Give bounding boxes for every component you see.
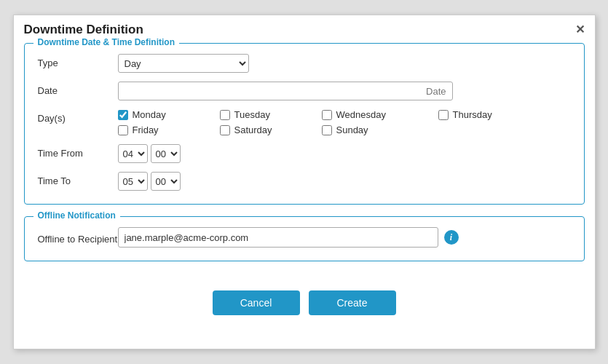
day-thursday: Thursday bbox=[438, 109, 540, 120]
checkbox-sunday[interactable] bbox=[322, 125, 332, 135]
type-row: Type Day Week Month bbox=[38, 54, 571, 73]
day-sunday: Sunday bbox=[322, 124, 438, 135]
label-monday: Monday bbox=[133, 109, 166, 120]
create-button[interactable]: Create bbox=[309, 290, 396, 315]
info-icon[interactable]: i bbox=[444, 230, 459, 245]
recipient-row: Offline to Recipient i bbox=[38, 227, 571, 248]
label-friday: Friday bbox=[133, 124, 159, 135]
time-to-hour-select[interactable]: 00010203 04050607 08091011 12131415 1617… bbox=[118, 172, 148, 191]
checkbox-tuesday[interactable] bbox=[220, 110, 230, 120]
date-input[interactable] bbox=[118, 82, 453, 100]
time-from-selects: 00010203 04050607 08091011 12131415 1617… bbox=[118, 144, 571, 163]
time-to-selects: 00010203 04050607 08091011 12131415 1617… bbox=[118, 172, 571, 191]
day-monday: Monday bbox=[118, 109, 220, 120]
checkbox-thursday[interactable] bbox=[438, 110, 449, 120]
date-control bbox=[118, 82, 571, 100]
datetime-section-legend: Downtime Date & Time Definition bbox=[33, 37, 179, 47]
time-to-min-select[interactable]: 00153045 bbox=[151, 172, 181, 191]
checkbox-wednesday[interactable] bbox=[322, 110, 332, 120]
datetime-section: Downtime Date & Time Definition Type Day… bbox=[24, 43, 585, 205]
label-thursday: Thursday bbox=[453, 109, 492, 120]
day-tuesday: Tuesday bbox=[220, 109, 322, 120]
days-grid: Monday Tuesday Wednesday Thursday bbox=[118, 109, 571, 135]
recipient-label: Offline to Recipient bbox=[38, 230, 118, 245]
checkbox-monday[interactable] bbox=[118, 110, 128, 120]
cancel-button[interactable]: Cancel bbox=[213, 290, 300, 315]
notification-section: Offline Notification Offline to Recipien… bbox=[24, 216, 585, 261]
label-tuesday: Tuesday bbox=[234, 109, 270, 120]
close-button[interactable]: ✕ bbox=[575, 24, 585, 36]
label-wednesday: Wednesday bbox=[336, 109, 386, 120]
notification-section-legend: Offline Notification bbox=[33, 210, 120, 221]
type-select[interactable]: Day Week Month bbox=[118, 54, 249, 73]
time-from-row: Time From 00010203 04050607 08091011 121… bbox=[38, 144, 571, 163]
email-input[interactable] bbox=[118, 227, 438, 248]
label-saturday: Saturday bbox=[234, 124, 272, 135]
dialog-footer: Cancel Create bbox=[14, 283, 595, 328]
recipient-control: i bbox=[118, 227, 571, 248]
days-control: Monday Tuesday Wednesday Thursday bbox=[118, 109, 571, 135]
day-placeholder bbox=[438, 124, 540, 135]
type-control: Day Week Month bbox=[118, 54, 571, 73]
day-friday: Friday bbox=[118, 124, 220, 135]
day-saturday: Saturday bbox=[220, 124, 322, 135]
days-label: Day(s) bbox=[38, 109, 118, 124]
dialog-body: Downtime Date & Time Definition Type Day… bbox=[14, 43, 595, 283]
time-from-label: Time From bbox=[38, 144, 118, 159]
checkbox-saturday[interactable] bbox=[220, 125, 230, 135]
type-label: Type bbox=[38, 54, 118, 68]
time-from-control: 00010203 04050607 08091011 12131415 1617… bbox=[118, 144, 571, 163]
info-icon-label: i bbox=[450, 232, 452, 243]
dialog-title: Downtime Definition bbox=[24, 23, 143, 37]
time-from-min-select[interactable]: 00153045 bbox=[151, 144, 181, 163]
time-to-control: 00010203 04050607 08091011 12131415 1617… bbox=[118, 172, 571, 191]
label-sunday: Sunday bbox=[336, 124, 368, 135]
day-wednesday: Wednesday bbox=[322, 109, 438, 120]
time-from-hour-select[interactable]: 00010203 04050607 08091011 12131415 1617… bbox=[118, 144, 148, 163]
checkbox-friday[interactable] bbox=[118, 125, 128, 135]
date-row: Date bbox=[38, 82, 571, 100]
downtime-definition-dialog: Downtime Definition ✕ Downtime Date & Ti… bbox=[13, 15, 596, 349]
notification-row: i bbox=[118, 227, 571, 248]
date-label: Date bbox=[38, 82, 118, 96]
time-to-label: Time To bbox=[38, 172, 118, 186]
days-row: Day(s) Monday Tuesday bbox=[38, 109, 571, 135]
time-to-row: Time To 00010203 04050607 08091011 12131… bbox=[38, 172, 571, 191]
